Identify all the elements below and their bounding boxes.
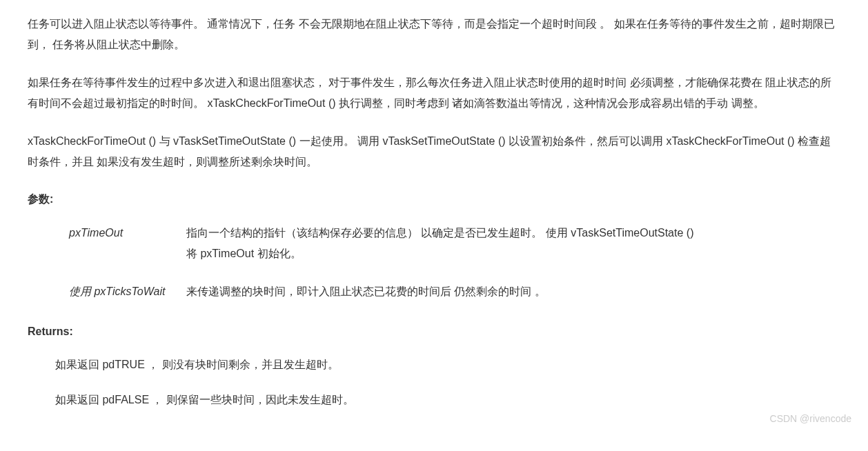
param-row: pxTimeOut 指向一个结构的指针（该结构保存必要的信息） 以确定是否已发生…	[69, 223, 840, 265]
paragraph-3: xTaskCheckForTimeOut () 与 vTaskSetTimeOu…	[28, 131, 840, 173]
params-table: pxTimeOut 指向一个结构的指针（该结构保存必要的信息） 以确定是否已发生…	[69, 223, 840, 302]
param-desc: 来传递调整的块时间，即计入阻止状态已花费的时间后 仍然剩余的时间 。	[186, 281, 697, 302]
return-item: 如果返回 pdTRUE ， 则没有块时间剩余，并且发生超时。	[55, 354, 840, 375]
param-row: 使用 pxTicksToWait 来传递调整的块时间，即计入阻止状态已花费的时间…	[69, 281, 840, 302]
watermark: CSDN @rivencode	[770, 410, 851, 428]
return-item: 如果返回 pdFALSE ， 则保留一些块时间，因此未发生超时。	[55, 390, 840, 410]
param-name: 使用 pxTicksToWait	[69, 281, 186, 302]
paragraph-2: 如果任务在等待事件发生的过程中多次进入和退出阻塞状态， 对于事件发生，那么每次任…	[28, 72, 840, 114]
returns-content: 如果返回 pdTRUE ， 则没有块时间剩余，并且发生超时。 如果返回 pdFA…	[55, 354, 840, 410]
param-desc: 指向一个结构的指针（该结构保存必要的信息） 以确定是否已发生超时。 使用 vTa…	[186, 223, 697, 265]
param-name: pxTimeOut	[69, 223, 186, 243]
paragraph-1: 任务可以进入阻止状态以等待事件。 通常情况下，任务 不会无限期地在阻止状态下等待…	[28, 14, 840, 56]
params-header: 参数:	[28, 189, 840, 210]
returns-header: Returns:	[28, 321, 840, 342]
